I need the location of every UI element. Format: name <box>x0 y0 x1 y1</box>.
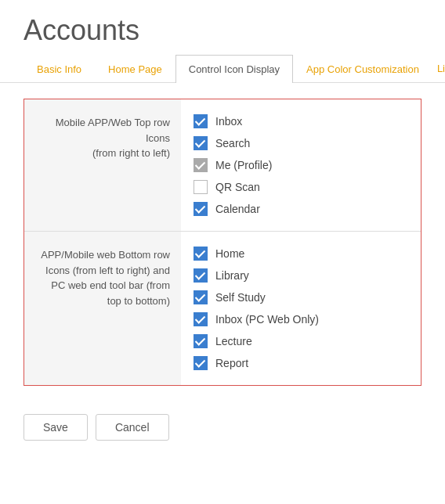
report-item: Report <box>194 352 408 374</box>
top-row-icons-row: Mobile APP/Web Top row Icons(from right … <box>24 99 421 232</box>
cancel-button[interactable]: Cancel <box>96 414 169 441</box>
self-study-item: Self Study <box>194 286 408 308</box>
page-title: Accounts <box>0 0 445 55</box>
report-label: Report <box>215 357 248 369</box>
inbox-checkbox-wrapper[interactable] <box>194 114 208 128</box>
self-study-cb-box[interactable] <box>194 290 208 304</box>
library-item: Library <box>194 265 408 286</box>
qr-scan-cb-box[interactable] <box>194 180 208 194</box>
qr-scan-item: QR Scan <box>194 176 408 198</box>
library-label: Library <box>215 269 249 282</box>
search-checkbox-wrapper[interactable] <box>194 136 208 150</box>
tab-basic-info[interactable]: Basic Info <box>24 55 95 83</box>
content-area: Mobile APP/Web Top row Icons(from right … <box>0 83 445 401</box>
inbox-cb-box[interactable] <box>194 114 208 128</box>
calendar-item: Calendar <box>194 198 408 220</box>
inbox-pc-web-cb-box[interactable] <box>194 312 208 326</box>
me-profile-label: Me (Profile) <box>215 159 272 171</box>
tab-lib[interactable]: Lib <box>432 55 445 82</box>
self-study-checkbox-wrapper[interactable] <box>194 290 208 304</box>
save-button[interactable]: Save <box>24 414 88 441</box>
lecture-checkbox-wrapper[interactable] <box>194 334 208 348</box>
search-item: Search <box>194 132 408 154</box>
top-row-controls: Inbox Search Me (Profile) <box>181 99 421 231</box>
me-profile-checkbox-wrapper[interactable] <box>194 158 208 172</box>
search-label: Search <box>215 137 250 149</box>
inbox-pc-web-label: Inbox (PC Web Only) <box>215 313 319 326</box>
self-study-label: Self Study <box>215 291 266 304</box>
tab-home-page[interactable]: Home Page <box>95 55 175 83</box>
home-cb-box[interactable] <box>194 247 208 261</box>
calendar-label: Calendar <box>215 203 260 215</box>
bottom-row-label: APP/Mobile web Bottom row Icons (from le… <box>24 232 181 385</box>
report-cb-box[interactable] <box>194 356 208 370</box>
inbox-label: Inbox <box>215 115 242 128</box>
bottom-row-controls: Home Library Self Study <box>181 232 421 385</box>
calendar-cb-box[interactable] <box>194 202 208 216</box>
tabs-bar: Basic Info Home Page Control Icon Displa… <box>0 55 445 83</box>
lecture-label: Lecture <box>215 335 252 347</box>
qr-scan-checkbox-wrapper[interactable] <box>194 180 208 194</box>
qr-scan-label: QR Scan <box>215 181 260 193</box>
top-row-label: Mobile APP/Web Top row Icons(from right … <box>24 99 181 231</box>
library-checkbox-wrapper[interactable] <box>194 268 208 283</box>
me-profile-cb-box[interactable] <box>194 158 208 172</box>
lecture-cb-box[interactable] <box>194 334 208 348</box>
lecture-item: Lecture <box>194 330 408 352</box>
report-checkbox-wrapper[interactable] <box>194 356 208 370</box>
home-label: Home <box>215 247 244 260</box>
settings-table: Mobile APP/Web Top row Icons(from right … <box>24 99 421 386</box>
inbox-pc-web-item: Inbox (PC Web Only) <box>194 308 408 330</box>
home-item: Home <box>194 243 408 265</box>
inbox-item: Inbox <box>194 110 408 132</box>
me-profile-item: Me (Profile) <box>194 154 408 176</box>
bottom-row-icons-row: APP/Mobile web Bottom row Icons (from le… <box>24 232 421 385</box>
inbox-pc-web-checkbox-wrapper[interactable] <box>194 312 208 326</box>
search-cb-box[interactable] <box>194 136 208 150</box>
buttons-area: Save Cancel <box>0 401 445 453</box>
home-checkbox-wrapper[interactable] <box>194 247 208 261</box>
tab-control-icon-display[interactable]: Control Icon Display <box>175 55 293 83</box>
library-cb-box[interactable] <box>194 268 208 283</box>
tab-app-color-customization[interactable]: App Color Customization <box>293 55 432 83</box>
calendar-checkbox-wrapper[interactable] <box>194 202 208 216</box>
